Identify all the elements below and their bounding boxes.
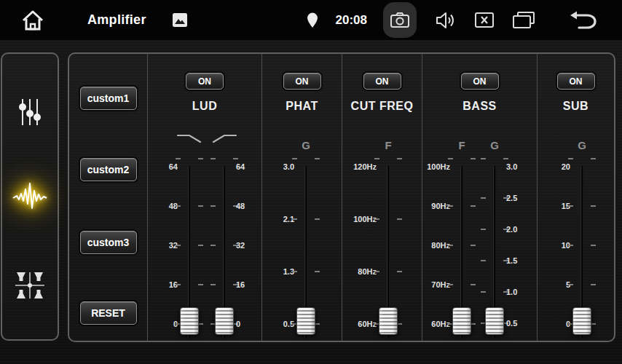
gps-status-icon [307, 12, 318, 28]
sub-sliders: 2015 105 0 [538, 158, 614, 344]
channel-sub: ON SUB G 2015 105 0 [537, 54, 614, 341]
back-icon [570, 10, 597, 30]
fader-knob[interactable] [452, 307, 471, 335]
param-label: G [302, 139, 310, 151]
lowpass-curve-icon [176, 132, 203, 144]
camera-icon [390, 12, 410, 29]
fader-scale: 3.02.5 2.01.5 1.00.5 [506, 158, 535, 344]
bass-gain-fader[interactable] [480, 158, 509, 344]
bass-sliders: 100Hz90Hz 80Hz70Hz 60Hz 3.02.5 2.01.5 1.… [422, 158, 537, 344]
param-label: G [578, 139, 586, 151]
lud-left-fader[interactable] [175, 158, 204, 344]
recent-apps-button[interactable] [513, 12, 535, 28]
param-label: F [385, 139, 391, 151]
clock: 20:08 [336, 13, 367, 28]
channel-bass: ON BASS F G 100Hz90Hz 80Hz70Hz 60Hz 3.02… [422, 54, 537, 341]
sub-on-button[interactable]: ON [557, 73, 595, 90]
phat-gain-fader[interactable] [291, 158, 320, 344]
gallery-icon [173, 13, 187, 27]
bass-freq-fader[interactable] [447, 158, 476, 344]
home-button[interactable] [20, 9, 45, 32]
channel-title: PHAT [262, 100, 342, 113]
cut-freq-sliders: 120Hz100Hz 80Hz60Hz [342, 158, 422, 344]
page-title: Amplifier [87, 12, 146, 28]
close-window-button[interactable] [475, 12, 494, 28]
highpass-curve-icon [210, 132, 238, 144]
recent-apps-icon [513, 12, 535, 28]
close-icon [475, 12, 494, 28]
sidebar-item-sound-effects[interactable] [12, 181, 47, 212]
channel-title: CUT FREQ [342, 100, 422, 113]
fader-knob[interactable] [215, 307, 234, 335]
lud-sliders: 6448 3216 0 6448 3216 0 [148, 158, 261, 344]
custom1-button[interactable]: custom1 [80, 87, 137, 110]
sidebar-item-equalizer[interactable] [17, 98, 43, 127]
waveform-icon [12, 181, 47, 212]
fader-scale: 100Hz90Hz 80Hz70Hz 60Hz [422, 158, 450, 344]
channel-lud: ON LUD 6448 3216 0 644 [147, 54, 261, 341]
amplifier-panel: custom1 custom2 custom3 RESET ON LUD 644… [68, 52, 615, 342]
channel-title: BASS [422, 100, 537, 113]
channel-title: LUD [148, 100, 261, 113]
lud-on-button[interactable]: ON [186, 73, 224, 90]
volume-icon [436, 11, 456, 30]
param-label: G [490, 139, 499, 151]
fader-knob[interactable] [485, 307, 504, 335]
camera-button[interactable] [383, 2, 417, 38]
reset-button[interactable]: RESET [80, 301, 137, 325]
phat-sliders: 3.02.1 1.30.5 [262, 158, 342, 344]
phat-on-button[interactable]: ON [283, 73, 321, 90]
volume-button[interactable] [436, 11, 456, 30]
fader-scale: 2015 105 0 [538, 158, 570, 344]
cut-freq-fader[interactable] [374, 158, 403, 344]
channel-phat: ON PHAT G 3.02.1 1.30.5 [261, 54, 342, 341]
lud-right-fader[interactable] [210, 158, 239, 344]
back-button[interactable] [570, 10, 597, 30]
cut-freq-on-button[interactable]: ON [363, 73, 401, 90]
sub-gain-fader[interactable] [567, 158, 597, 344]
home-icon [20, 9, 45, 32]
param-label: F [458, 139, 465, 151]
channel-cut-freq: ON CUT FREQ F 120Hz100Hz 80Hz60Hz [342, 54, 422, 341]
status-bar: Amplifier 20:08 [0, 0, 622, 40]
sidebar-item-balance[interactable] [14, 269, 46, 301]
presets-column: custom1 custom2 custom3 RESET [69, 54, 147, 341]
equalizer-sliders-icon [17, 98, 43, 127]
speaker-balance-icon [14, 269, 46, 301]
fader-knob[interactable] [296, 307, 315, 335]
fader-scale: 3.02.1 1.30.5 [262, 158, 294, 344]
fader-knob[interactable] [572, 307, 591, 335]
custom2-button[interactable]: custom2 [80, 158, 137, 181]
custom3-button[interactable]: custom3 [80, 231, 137, 254]
fader-scale: 120Hz100Hz 80Hz60Hz [342, 158, 377, 344]
sidebar [1, 52, 59, 341]
fader-knob[interactable] [180, 307, 199, 335]
channel-title: SUB [538, 100, 614, 113]
gallery-button[interactable] [173, 13, 187, 27]
fader-knob[interactable] [379, 307, 398, 335]
bass-on-button[interactable]: ON [461, 73, 499, 90]
fader-scale: 6448 3216 0 [236, 158, 265, 344]
fader-scale: 6448 3216 0 [148, 158, 178, 344]
